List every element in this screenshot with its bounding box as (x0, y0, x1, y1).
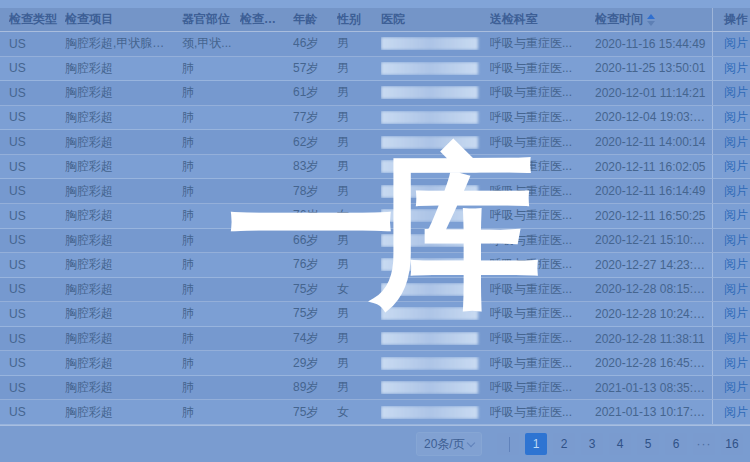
view-image-link[interactable]: 阅片 (724, 232, 748, 249)
cell-gender: 男 (337, 35, 381, 52)
table-row[interactable]: US 胸腔彩超 肺 75岁 女 呼吸与重症医... 2020-12-28 08:… (0, 278, 750, 303)
cell-check-type: US (9, 135, 65, 149)
cell-check-item: 胸腔彩超 (65, 183, 182, 200)
table-row[interactable]: US 胸腔彩超 肺 66岁 男 呼吸与重症医... 2020-12-21 15:… (0, 229, 750, 254)
table-row[interactable]: US 胸腔彩超 肺 75岁 男 呼吸与重症医... 2020-12-28 10:… (0, 302, 750, 327)
view-image-link[interactable]: 阅片 (724, 109, 748, 126)
cell-gender: 男 (337, 355, 381, 372)
cell-check-time: 2020-12-28 10:24:30 (595, 307, 712, 321)
page-button-5[interactable]: 5 (637, 433, 659, 455)
cell-check-item: 胸腔彩超 (65, 232, 182, 249)
view-image-link[interactable]: 阅片 (724, 35, 748, 52)
cell-check-item: 胸腔彩超 (65, 134, 182, 151)
more-pages-button[interactable]: ··· (693, 433, 715, 455)
view-image-link[interactable]: 阅片 (724, 134, 748, 151)
cell-organ-site: 肺 (182, 404, 240, 421)
cell-check-time: 2020-12-01 11:14:21 (595, 86, 712, 100)
col-header-hospital: 医院 (381, 11, 490, 28)
table-row[interactable]: US 胸腔彩超 肺 78岁 男 呼吸与重症医... 2020-12-11 16:… (0, 179, 750, 204)
view-image-link[interactable]: 阅片 (724, 379, 748, 396)
cell-organ-site: 肺 (182, 183, 240, 200)
table-row[interactable]: US 胸腔彩超 肺 89岁 男 呼吸与重症医... 2021-01-13 08:… (0, 376, 750, 401)
cell-check-item: 胸腔彩超 (65, 84, 182, 101)
table-row[interactable]: US 胸腔彩超 肺 77岁 男 呼吸与重症医... 2020-12-04 19:… (0, 106, 750, 131)
cell-organ-site: 肺 (182, 60, 240, 77)
chevron-down-icon (467, 438, 475, 446)
page-button-2[interactable]: 2 (553, 433, 575, 455)
cell-hospital (381, 258, 490, 271)
cell-hospital (381, 62, 490, 75)
hospital-redacted-blur (381, 307, 478, 320)
view-image-link[interactable]: 阅片 (724, 305, 748, 322)
check-time-label: 检查时间 (595, 12, 643, 26)
hospital-redacted-blur (381, 37, 478, 50)
page-button-1[interactable]: 1 (525, 433, 547, 455)
cell-age: 78岁 (293, 183, 337, 200)
cell-organ-site: 肺 (182, 109, 240, 126)
cell-check-type: US (9, 405, 65, 419)
view-image-link[interactable]: 阅片 (724, 330, 748, 347)
page-size-select[interactable]: 20条/页 (416, 432, 482, 456)
hospital-redacted-blur (381, 234, 478, 247)
cell-hospital (381, 332, 490, 345)
page-button-16[interactable]: 16 (721, 433, 743, 455)
table-row[interactable]: US 胸腔彩超 肺 29岁 男 呼吸与重症医... 2020-12-28 16:… (0, 351, 750, 376)
cell-age: 62岁 (293, 134, 337, 151)
cell-check-type: US (9, 233, 65, 247)
cell-gender: 女 (337, 207, 381, 224)
sort-caret-icon[interactable] (647, 14, 655, 26)
cell-gender: 男 (337, 158, 381, 175)
table-row[interactable]: US 胸腔彩超 肺 76岁 女 呼吸与重症医... 2020-12-11 16:… (0, 204, 750, 229)
view-image-link[interactable]: 阅片 (724, 183, 748, 200)
cell-check-item: 胸腔彩超 (65, 281, 182, 298)
cell-gender: 男 (337, 330, 381, 347)
view-image-link[interactable]: 阅片 (724, 404, 748, 421)
pagination-bar: 20条/页 123456···16 (0, 425, 750, 462)
cell-check-type: US (9, 86, 65, 100)
page-button-4[interactable]: 4 (609, 433, 631, 455)
cell-check-item: 胸腔彩超 (65, 207, 182, 224)
table-row[interactable]: US 胸腔彩超 肺 76岁 男 呼吸与重症医... 2020-12-27 14:… (0, 253, 750, 278)
cell-department: 呼吸与重症医... (490, 232, 595, 249)
cell-department: 呼吸与重症医... (490, 35, 595, 52)
hospital-redacted-blur (381, 86, 478, 99)
view-image-link[interactable]: 阅片 (724, 355, 748, 372)
table-row[interactable]: US 胸腔彩超 肺 57岁 男 呼吸与重症医... 2020-11-25 13:… (0, 57, 750, 82)
table-row[interactable]: US 胸腔彩超 肺 83岁 男 呼吸与重症医... 2020-12-11 16:… (0, 155, 750, 180)
cell-check-time: 2020-12-11 16:14:49 (595, 184, 712, 198)
cell-check-time: 2021-01-13 08:35:05 (595, 381, 712, 395)
view-image-link[interactable]: 阅片 (724, 158, 748, 175)
hospital-redacted-blur (381, 209, 478, 222)
table-row[interactable]: US 胸腔彩超 肺 74岁 男 呼吸与重症医... 2020-12-28 11:… (0, 327, 750, 352)
cell-age: 66岁 (293, 232, 337, 249)
col-header-check-time[interactable]: 检查时间 (595, 11, 712, 28)
cell-hospital (381, 209, 490, 222)
cell-organ-site: 肺 (182, 256, 240, 273)
col-header-check-method: 检查方法 (240, 11, 293, 28)
view-image-link[interactable]: 阅片 (724, 84, 748, 101)
table-row[interactable]: US 胸腔彩超 肺 75岁 女 呼吸与重症医... 2021-01-13 10:… (0, 400, 750, 425)
cell-gender: 男 (337, 379, 381, 396)
cell-gender: 男 (337, 109, 381, 126)
col-header-age: 年龄 (293, 11, 337, 28)
cell-hospital (381, 185, 490, 198)
cell-age: 74岁 (293, 330, 337, 347)
page-button-6[interactable]: 6 (665, 433, 687, 455)
view-image-link[interactable]: 阅片 (724, 207, 748, 224)
view-image-link[interactable]: 阅片 (724, 60, 748, 77)
cell-check-time: 2020-12-04 19:03:24 (595, 110, 712, 124)
cell-check-item: 胸腔彩超 (65, 60, 182, 77)
view-image-link[interactable]: 阅片 (724, 256, 748, 273)
cell-check-time: 2020-12-21 15:10:33 (595, 233, 712, 247)
table-row[interactable]: US 胸腔彩超 肺 61岁 男 呼吸与重症医... 2020-12-01 11:… (0, 81, 750, 106)
view-image-link[interactable]: 阅片 (724, 281, 748, 298)
table-row[interactable]: US 胸腔彩超,甲状腺彩超 颈,甲状... 46岁 男 呼吸与重症医... 20… (0, 32, 750, 57)
table-row[interactable]: US 胸腔彩超 肺 62岁 男 呼吸与重症医... 2020-12-11 14:… (0, 130, 750, 155)
cell-hospital (381, 160, 490, 173)
page-button-3[interactable]: 3 (581, 433, 603, 455)
hospital-redacted-blur (381, 136, 478, 149)
prev-page-button[interactable] (497, 433, 519, 455)
cell-check-type: US (9, 282, 65, 296)
cell-age: 76岁 (293, 256, 337, 273)
cell-department: 呼吸与重症医... (490, 330, 595, 347)
